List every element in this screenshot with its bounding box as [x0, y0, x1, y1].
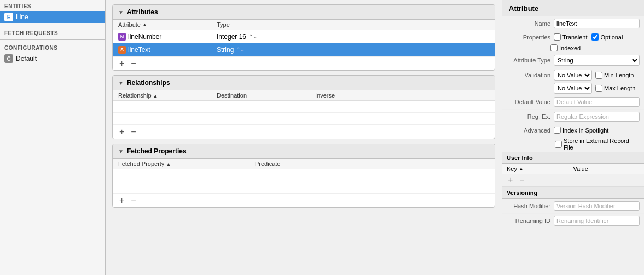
validation-label: Validation	[507, 72, 550, 78]
reg-ex-input[interactable]	[554, 112, 640, 122]
hash-modifier-row: Hash Modifier	[502, 199, 644, 214]
lineNumber-name: lineNumber	[128, 33, 161, 41]
properties-label: Properties	[507, 34, 550, 41]
versioning-section-label: Versioning	[502, 187, 644, 199]
store-external-text: Store in External Record File	[564, 138, 640, 151]
main-content: ▼ Attributes Attribute ▲ Type N lineNumb…	[106, 0, 502, 275]
relationships-add-button[interactable]: +	[118, 128, 125, 136]
lineNumber-type: Integer 16	[217, 33, 246, 41]
properties-row: Properties Transient Optional	[502, 31, 644, 43]
transient-checkbox-label[interactable]: Transient	[554, 33, 587, 41]
validation-no-value-1-select[interactable]: No Value	[554, 70, 592, 81]
fetched-properties-header: ▼ Fetched Properties	[113, 144, 495, 159]
hash-modifier-input[interactable]	[554, 201, 640, 211]
indexed-row: Indexed	[546, 43, 644, 53]
attributes-remove-button[interactable]: −	[130, 59, 137, 68]
optional-checkbox[interactable]	[591, 33, 599, 41]
fetched-property-col-label: Fetched Property	[118, 161, 164, 167]
indexed-label: Indexed	[559, 45, 581, 51]
index-in-spotlight-text: Index in Spotlight	[562, 127, 608, 134]
entities-section-header: ENTITIES	[0, 0, 105, 11]
fetched-properties-footer: + −	[113, 193, 495, 207]
user-info-table-header: Key ▲ Value	[502, 164, 644, 174]
attributes-footer: + −	[113, 56, 495, 70]
validation-no-value-2-wrapper: No Value	[554, 83, 592, 94]
attributes-table-header: Attribute ▲ Type	[113, 20, 495, 30]
attributes-triangle: ▼	[118, 9, 124, 15]
fetched-properties-triangle: ▼	[118, 148, 124, 154]
transient-checkbox[interactable]	[554, 33, 561, 41]
fetched-properties-empty-row-1	[113, 169, 495, 181]
relationships-section: ▼ Relationships Relationship ▲ Destinati…	[112, 75, 495, 139]
validation-no-value-2-select[interactable]: No Value	[554, 83, 592, 94]
sidebar-item-default[interactable]: C Default	[0, 53, 105, 65]
attribute-type-select[interactable]: String	[554, 55, 640, 66]
transient-label: Transient	[562, 34, 587, 41]
lineText-attr-col: S lineText	[118, 46, 217, 54]
attributes-header: ▼ Attributes	[113, 5, 495, 20]
fetched-properties-table-header: Fetched Property ▲ Predicate	[113, 159, 495, 169]
user-info-add-button[interactable]: +	[507, 176, 514, 185]
sidebar-divider-2	[0, 39, 105, 40]
lineText-badge: S	[118, 46, 126, 54]
attributes-section: ▼ Attributes Attribute ▲ Type N lineNumb…	[112, 4, 495, 71]
index-in-spotlight-label[interactable]: Index in Spotlight	[554, 127, 608, 134]
attribute-type-select-container: String	[554, 55, 640, 66]
sidebar-item-line[interactable]: E Line	[0, 11, 105, 23]
attributes-title: Attributes	[127, 8, 158, 16]
attribute-row-lineNumber[interactable]: N lineNumber Integer 16 ⌃⌄	[113, 30, 495, 43]
relationships-remove-button[interactable]: −	[130, 128, 137, 136]
lineNumber-type-col: Integer 16 ⌃⌄	[217, 33, 489, 41]
predicate-col-label: Predicate	[255, 161, 280, 167]
destination-col-header: Destination	[217, 92, 315, 99]
advanced-row: Advanced Index in Spotlight	[502, 124, 644, 136]
validation-row-1: Validation No Value Min Length	[502, 68, 644, 82]
indexed-checkbox-label[interactable]: Indexed	[550, 44, 581, 51]
type-col-label: Type	[217, 21, 230, 28]
fetched-property-sort-arrow: ▲	[166, 162, 171, 167]
attributes-add-button[interactable]: +	[118, 59, 125, 68]
value-col-label: Value	[573, 165, 588, 172]
lineText-type-col: String ⌃⌄	[217, 46, 489, 54]
fetched-properties-add-button[interactable]: +	[118, 196, 125, 205]
sidebar-divider-1	[0, 25, 105, 25]
default-value-label: Default Value	[507, 99, 550, 105]
store-external-checkbox[interactable]	[555, 141, 562, 148]
sidebar: ENTITIES E Line FETCH REQUESTS CONFIGURA…	[0, 0, 106, 275]
name-input[interactable]	[554, 19, 640, 28]
attribute-type-row: Attribute Type String	[502, 53, 644, 68]
fetched-property-col-header: Fetched Property ▲	[118, 161, 255, 167]
renaming-id-input[interactable]	[554, 216, 640, 226]
max-length-checkbox[interactable]	[595, 85, 602, 92]
sidebar-item-label-line: Line	[16, 13, 28, 21]
attribute-col-header: Attribute ▲	[118, 21, 217, 28]
min-length-label: Min Length	[604, 72, 634, 78]
relationships-empty-row-1	[113, 101, 495, 113]
validation-row-2: No Value Max Length	[502, 82, 644, 95]
relationship-sort-arrow: ▲	[153, 93, 158, 99]
default-value-input[interactable]	[554, 97, 640, 107]
sidebar-item-label-default: Default	[16, 55, 37, 62]
hash-modifier-label: Hash Modifier	[507, 203, 550, 209]
properties-checkboxes: Transient Optional	[554, 33, 623, 41]
attribute-row-lineText[interactable]: S lineText String ⌃⌄	[113, 43, 495, 56]
destination-col-label: Destination	[217, 92, 247, 99]
user-info-remove-button[interactable]: −	[518, 176, 525, 185]
lineText-stepper: ⌃⌄	[236, 47, 245, 53]
index-in-spotlight-checkbox[interactable]	[554, 127, 561, 134]
type-col-header: Type	[217, 21, 489, 28]
right-panel-title: Attribute	[502, 0, 644, 16]
relationship-col-label: Relationship	[118, 92, 152, 99]
min-length-checkbox[interactable]	[595, 72, 602, 79]
lineNumber-attr-col: N lineNumber	[118, 33, 217, 41]
store-external-label[interactable]: Store in External Record File	[555, 138, 640, 151]
lineText-name: lineText	[128, 46, 150, 54]
fetched-properties-title: Fetched Properties	[127, 147, 187, 155]
default-value-row: Default Value	[502, 95, 644, 110]
fetched-properties-remove-button[interactable]: −	[130, 196, 137, 205]
config-badge: C	[4, 54, 13, 63]
indexed-checkbox[interactable]	[550, 44, 558, 51]
inverse-col-header: Inverse	[315, 92, 489, 99]
lineText-type: String	[217, 46, 234, 54]
optional-checkbox-label[interactable]: Optional	[591, 33, 623, 41]
